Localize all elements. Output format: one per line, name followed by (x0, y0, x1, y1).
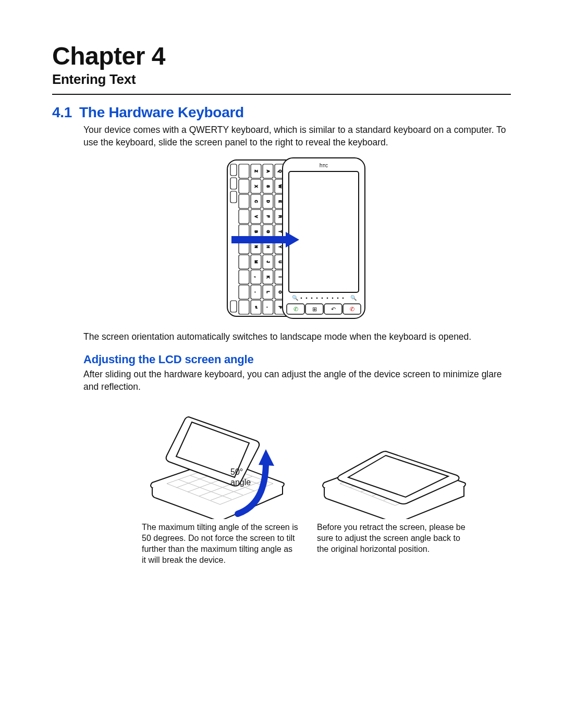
chapter-subtitle: Entering Text (52, 71, 511, 88)
svg-rect-8 (239, 270, 249, 284)
svg-rect-7 (239, 255, 249, 269)
keycap-label: Y (278, 245, 282, 248)
keycap-label: B (254, 230, 258, 233)
keycap-label: I (278, 277, 282, 278)
keycap-label: ↵ (254, 306, 258, 309)
svg-rect-10 (239, 300, 249, 314)
svg-point-63 (327, 298, 328, 299)
keycap-label: D (266, 200, 270, 203)
angle-col-left: 50° angle The maximum tilting angle of t… (142, 399, 298, 565)
call-icon: ✆ (293, 306, 298, 312)
svg-rect-4 (239, 209, 249, 224)
keycap-label: . (254, 292, 258, 293)
keycap-label: O (278, 291, 282, 294)
svg-point-59 (306, 298, 308, 299)
chapter-title: Chapter 4 (52, 42, 511, 70)
angle-caption-right: Before you retract the screen, please be… (317, 522, 473, 554)
svg-rect-54 (230, 301, 237, 312)
keycap-label: L (266, 291, 270, 293)
svg-rect-51 (230, 164, 237, 176)
keycap-label: W (278, 184, 282, 188)
svg-point-66 (342, 298, 344, 299)
svg-rect-2 (239, 179, 249, 193)
keycap-label: G (266, 230, 270, 233)
svg-point-61 (316, 298, 318, 299)
svg-text:🔍: 🔍 (350, 294, 357, 301)
svg-rect-3 (239, 194, 249, 208)
keycap-label: K (266, 276, 270, 278)
keycap-label: N (254, 245, 258, 248)
keycap-label: S (266, 185, 270, 188)
start-icon: ⊞ (312, 306, 317, 312)
keycap-label: X (254, 185, 258, 188)
section-heading: 4.1 The Hardware Keyboard (52, 104, 511, 121)
svg-rect-56 (289, 171, 359, 292)
svg-marker-82 (259, 449, 274, 466)
keycap-label: C (254, 200, 258, 203)
keycap-label: V (254, 215, 258, 218)
keycap-label: F (266, 216, 270, 218)
keycap-label: E (278, 200, 282, 203)
keycap-label: . (266, 307, 270, 308)
section-number: 4.1 (52, 104, 72, 121)
keycap-label: Z (254, 170, 258, 173)
angle-col-right: Before you retract the screen, please be… (317, 399, 473, 565)
subsection-heading: Adjusting the LCD screen angle (83, 353, 511, 366)
svg-rect-52 (230, 178, 237, 189)
svg-rect-1 (239, 164, 249, 178)
keycap-label: U (278, 261, 282, 263)
keycap-label: M (254, 261, 258, 264)
section-after-figure-paragraph: The screen orientation automatically swi… (83, 331, 511, 343)
figure-keyboard-slide: ZXCVBNM,.↵ASDFGHJKL.QWERTYUIOP1234567890… (83, 155, 511, 322)
svg-rect-72 (231, 236, 288, 243)
end-icon: ✆ (350, 306, 354, 312)
keycap-label: Q (278, 170, 282, 173)
svg-point-58 (301, 298, 302, 299)
angle-caption-left: The maximum tilting angle of the screen … (142, 522, 298, 565)
svg-point-64 (332, 298, 334, 299)
svg-rect-9 (239, 285, 249, 299)
angle-illustration-flat (317, 399, 473, 519)
device-slide-illustration: ZXCVBNM,.↵ASDFGHJKL.QWERTYUIOP1234567890… (224, 155, 370, 322)
page: Chapter 4 Entering Text 4.1 The Hardware… (0, 0, 563, 728)
section-title-text: The Hardware Keyboard (79, 104, 244, 121)
keycap-label: H (266, 245, 270, 248)
section-intro-paragraph: Your device comes with a QWERTY keyboard… (83, 124, 511, 149)
brand-label: hтc (320, 162, 328, 168)
tilt-angle-annotation: 50° angle (230, 467, 251, 488)
back-icon: ↶ (331, 306, 336, 312)
subsection-intro-paragraph: After sliding out the hardware keyboard,… (83, 368, 511, 393)
keycap-label: , (254, 277, 258, 278)
svg-point-60 (311, 298, 313, 299)
angle-figure-row: 50° angle The maximum tilting angle of t… (83, 399, 511, 565)
divider (52, 94, 511, 95)
keycap-label: P (278, 306, 282, 309)
angle-illustration-tilted: 50° angle (142, 399, 298, 519)
keycap-label: R (278, 215, 282, 218)
keycap-label: T (278, 231, 282, 233)
section-body: Your device comes with a QWERTY keyboard… (52, 124, 511, 565)
keycap-label: A (266, 170, 270, 172)
svg-rect-53 (230, 191, 237, 203)
svg-point-62 (322, 298, 323, 299)
svg-text:🔍: 🔍 (292, 294, 299, 301)
keycap-label: J (266, 261, 270, 263)
svg-point-65 (337, 298, 339, 299)
